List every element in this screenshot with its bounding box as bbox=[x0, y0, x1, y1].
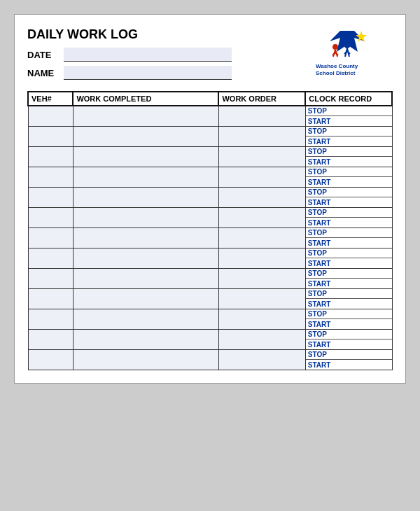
name-field-row: NAME bbox=[27, 66, 302, 80]
page: DAILY WORK LOG DATE NAME bbox=[14, 14, 406, 384]
veh-cell[interactable] bbox=[28, 208, 73, 228]
work-order-cell[interactable] bbox=[218, 147, 305, 167]
table-row: STOPSTART bbox=[28, 350, 392, 370]
work-completed-cell[interactable] bbox=[73, 167, 218, 188]
veh-cell[interactable] bbox=[28, 127, 73, 147]
svg-point-8 bbox=[344, 43, 350, 48]
work-order-cell[interactable] bbox=[218, 248, 305, 269]
work-completed-cell[interactable] bbox=[73, 309, 218, 330]
work-order-cell[interactable] bbox=[218, 330, 305, 350]
veh-cell[interactable] bbox=[28, 147, 73, 167]
veh-cell[interactable] bbox=[28, 309, 73, 330]
start-label: START bbox=[306, 258, 392, 268]
stop-label: STOP bbox=[306, 208, 392, 218]
veh-cell[interactable] bbox=[28, 248, 73, 269]
veh-cell[interactable] bbox=[28, 269, 73, 289]
work-completed-cell[interactable] bbox=[73, 228, 218, 248]
table-row: STOPSTART bbox=[28, 309, 392, 330]
date-input[interactable] bbox=[64, 48, 232, 62]
stop-label: STOP bbox=[306, 330, 392, 340]
work-order-cell[interactable] bbox=[218, 188, 305, 208]
date-label: DATE bbox=[27, 50, 61, 60]
start-label: START bbox=[306, 340, 392, 349]
table-row: STOPSTART bbox=[28, 248, 392, 269]
work-order-cell[interactable] bbox=[218, 127, 305, 147]
clock-cell[interactable]: STOPSTART bbox=[305, 248, 392, 269]
veh-cell[interactable] bbox=[28, 228, 73, 248]
clock-cell[interactable]: STOPSTART bbox=[305, 269, 392, 289]
clock-cell[interactable]: STOPSTART bbox=[305, 289, 392, 309]
svg-text:Washoe County: Washoe County bbox=[316, 63, 358, 69]
page-title: DAILY WORK LOG bbox=[27, 27, 302, 42]
veh-cell[interactable] bbox=[28, 289, 73, 309]
stop-label: STOP bbox=[306, 309, 392, 319]
table-row: STOPSTART bbox=[28, 106, 392, 127]
work-order-cell[interactable] bbox=[218, 350, 305, 370]
clock-cell[interactable]: STOPSTART bbox=[305, 147, 392, 167]
table-row: STOPSTART bbox=[28, 289, 392, 309]
svg-point-3 bbox=[332, 44, 338, 50]
stop-label: STOP bbox=[306, 127, 392, 136]
work-completed-cell[interactable] bbox=[73, 350, 218, 370]
clock-cell[interactable]: STOPSTART bbox=[305, 330, 392, 350]
logo-area: Washoe County School District bbox=[302, 27, 393, 76]
clock-cell[interactable]: STOPSTART bbox=[305, 167, 392, 188]
clock-cell[interactable]: STOPSTART bbox=[305, 350, 392, 370]
date-field-row: DATE bbox=[27, 48, 302, 62]
table-row: STOPSTART bbox=[28, 330, 392, 350]
work-order-cell[interactable] bbox=[218, 228, 305, 248]
veh-cell[interactable] bbox=[28, 350, 73, 370]
start-label: START bbox=[306, 136, 392, 146]
header-left: DAILY WORK LOG DATE NAME bbox=[27, 27, 302, 84]
work-completed-cell[interactable] bbox=[73, 127, 218, 147]
work-order-cell[interactable] bbox=[218, 309, 305, 330]
clock-cell[interactable]: STOPSTART bbox=[305, 188, 392, 208]
work-completed-cell[interactable] bbox=[73, 147, 218, 167]
table-row: STOPSTART bbox=[28, 269, 392, 289]
work-order-cell[interactable] bbox=[218, 289, 305, 309]
header-section: DAILY WORK LOG DATE NAME bbox=[27, 27, 393, 84]
stop-label: STOP bbox=[306, 289, 392, 299]
clock-cell[interactable]: STOPSTART bbox=[305, 309, 392, 330]
work-order-cell[interactable] bbox=[218, 269, 305, 289]
clock-cell[interactable]: STOPSTART bbox=[305, 106, 392, 127]
work-order-cell[interactable] bbox=[218, 106, 305, 127]
start-label: START bbox=[306, 360, 392, 370]
clock-cell[interactable]: STOPSTART bbox=[305, 228, 392, 248]
stop-label: STOP bbox=[306, 167, 392, 177]
stop-label: STOP bbox=[306, 228, 392, 238]
veh-cell[interactable] bbox=[28, 106, 73, 127]
start-label: START bbox=[306, 238, 392, 248]
table-header-row: VEH# WORK COMPLETED WORK ORDER CLOCK REC… bbox=[28, 92, 392, 106]
stop-label: STOP bbox=[306, 350, 392, 360]
veh-cell[interactable] bbox=[28, 167, 73, 188]
name-input[interactable] bbox=[64, 66, 232, 80]
name-label: NAME bbox=[27, 68, 61, 78]
work-order-cell[interactable] bbox=[218, 208, 305, 228]
svg-text:School District: School District bbox=[316, 70, 356, 76]
stop-label: STOP bbox=[306, 147, 392, 157]
work-order-cell[interactable] bbox=[218, 167, 305, 188]
work-completed-cell[interactable] bbox=[73, 269, 218, 289]
start-label: START bbox=[306, 218, 392, 227]
stop-label: STOP bbox=[306, 188, 392, 197]
table-row: STOPSTART bbox=[28, 147, 392, 167]
table-row: STOPSTART bbox=[28, 167, 392, 188]
work-table: VEH# WORK COMPLETED WORK ORDER CLOCK REC… bbox=[27, 91, 393, 370]
work-completed-cell[interactable] bbox=[73, 208, 218, 228]
start-label: START bbox=[306, 177, 392, 187]
veh-cell[interactable] bbox=[28, 330, 73, 350]
work-completed-cell[interactable] bbox=[73, 330, 218, 350]
table-row: STOPSTART bbox=[28, 228, 392, 248]
work-completed-cell[interactable] bbox=[73, 188, 218, 208]
clock-cell[interactable]: STOPSTART bbox=[305, 208, 392, 228]
start-label: START bbox=[306, 279, 392, 288]
stop-label: STOP bbox=[306, 106, 392, 116]
work-completed-cell[interactable] bbox=[73, 289, 218, 309]
veh-cell[interactable] bbox=[28, 188, 73, 208]
work-completed-cell[interactable] bbox=[73, 106, 218, 127]
work-completed-cell[interactable] bbox=[73, 248, 218, 269]
clock-cell[interactable]: STOPSTART bbox=[305, 127, 392, 147]
stop-label: STOP bbox=[306, 248, 392, 258]
table-row: STOPSTART bbox=[28, 127, 392, 147]
